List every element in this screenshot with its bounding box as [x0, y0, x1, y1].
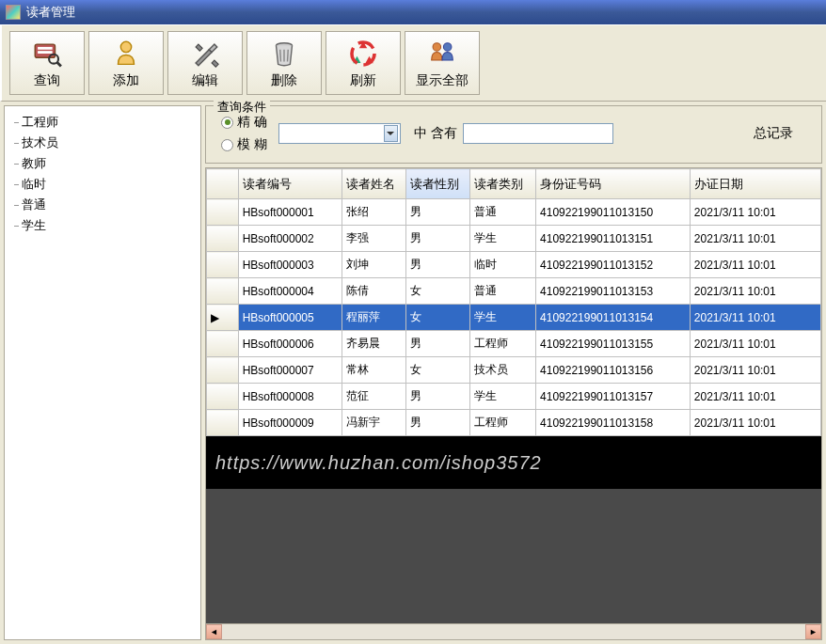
cell-id[interactable]: HBsoft000008 — [238, 384, 342, 410]
cell-name[interactable]: 常林 — [342, 357, 405, 384]
table-row[interactable]: ▶HBsoft000005程丽萍女学生410922199011013154202… — [207, 305, 821, 331]
scroll-left-icon[interactable]: ◄ — [206, 624, 222, 639]
table-row[interactable]: HBsoft000006齐易晨男工程师410922199011013155202… — [207, 331, 821, 357]
row-header[interactable] — [207, 384, 239, 410]
tree-item[interactable]: 技术员 — [8, 133, 197, 153]
cell-pid[interactable]: 410922199011013152 — [536, 252, 691, 278]
row-header[interactable] — [207, 199, 239, 226]
horizontal-scrollbar[interactable]: ◄ ► — [206, 623, 821, 639]
col-header-id[interactable]: 读者编号 — [238, 169, 342, 199]
cell-pid[interactable]: 410922199011013158 — [536, 410, 691, 436]
cell-cat[interactable]: 学生 — [470, 226, 536, 252]
radio-fuzzy[interactable]: 模 糊 — [221, 136, 267, 153]
cell-pid[interactable]: 410922199011013155 — [536, 331, 691, 357]
cell-cat[interactable]: 学生 — [470, 384, 536, 410]
query-button[interactable]: 查询 — [9, 31, 85, 95]
cell-date[interactable]: 2021/3/11 10:01 — [690, 226, 820, 252]
table-row[interactable]: HBsoft000002李强男学生4109221990110131512021/… — [207, 226, 821, 252]
table-row[interactable]: HBsoft000004陈倩女普通4109221990110131532021/… — [207, 278, 821, 305]
cell-name[interactable]: 刘坤 — [342, 252, 405, 278]
data-grid[interactable]: 读者编号 读者姓名 读者性别 读者类别 身份证号码 办证日期 HBsoft000… — [205, 167, 822, 640]
row-header[interactable] — [207, 226, 239, 252]
col-header-name[interactable]: 读者姓名 — [342, 169, 405, 199]
cell-id[interactable]: HBsoft000003 — [238, 252, 342, 278]
cell-sex[interactable]: 男 — [406, 199, 470, 226]
cell-sex[interactable]: 女 — [406, 278, 470, 305]
row-header[interactable] — [207, 331, 239, 357]
table-row[interactable]: HBsoft000003刘坤男临时4109221990110131522021/… — [207, 252, 821, 278]
cell-cat[interactable]: 工程师 — [470, 331, 536, 357]
cell-cat[interactable]: 技术员 — [470, 357, 536, 384]
row-header[interactable] — [207, 357, 239, 384]
col-header-sex[interactable]: 读者性别 — [406, 169, 470, 199]
table-row[interactable]: HBsoft000001张绍男普通4109221990110131502021/… — [207, 199, 821, 226]
cell-date[interactable]: 2021/3/11 10:01 — [690, 410, 820, 436]
cell-id[interactable]: HBsoft000006 — [238, 331, 342, 357]
cell-pid[interactable]: 410922199011013150 — [536, 199, 691, 226]
cell-id[interactable]: HBsoft000004 — [238, 278, 342, 305]
cell-date[interactable]: 2021/3/11 10:01 — [690, 384, 820, 410]
cell-cat[interactable]: 学生 — [470, 305, 536, 331]
cell-sex[interactable]: 男 — [406, 331, 470, 357]
cell-id[interactable]: HBsoft000005 — [238, 305, 342, 331]
cell-id[interactable]: HBsoft000007 — [238, 357, 342, 384]
scroll-track[interactable] — [222, 624, 805, 639]
field-combo[interactable] — [278, 123, 401, 144]
cell-pid[interactable]: 410922199011013154 — [536, 305, 691, 331]
edit-button[interactable]: 编辑 — [167, 31, 243, 95]
col-header-regdate[interactable]: 办证日期 — [690, 169, 820, 199]
scroll-right-icon[interactable]: ► — [805, 624, 821, 639]
tree-item[interactable]: 教师 — [8, 153, 197, 174]
add-button[interactable]: 添加 — [88, 31, 164, 95]
cell-name[interactable]: 冯新宇 — [342, 410, 405, 436]
cell-name[interactable]: 范征 — [342, 384, 405, 410]
col-header-pid[interactable]: 身份证号码 — [536, 169, 691, 199]
cell-pid[interactable]: 410922199011013157 — [536, 384, 691, 410]
showall-button[interactable]: 显示全部 — [405, 31, 480, 95]
cell-name[interactable]: 李强 — [342, 226, 405, 252]
cell-name[interactable]: 张绍 — [342, 199, 405, 226]
tree-item[interactable]: 临时 — [8, 174, 197, 195]
cell-pid[interactable]: 410922199011013151 — [536, 226, 691, 252]
cell-date[interactable]: 2021/3/11 10:01 — [690, 331, 820, 357]
cell-cat[interactable]: 临时 — [470, 252, 536, 278]
row-header[interactable]: ▶ — [207, 305, 239, 331]
cell-cat[interactable]: 工程师 — [470, 410, 536, 436]
cell-name[interactable]: 程丽萍 — [342, 305, 405, 331]
cell-name[interactable]: 陈倩 — [342, 278, 405, 305]
cell-pid[interactable]: 410922199011013156 — [536, 357, 691, 384]
table-row[interactable]: HBsoft000007常林女技术员4109221990110131562021… — [207, 357, 821, 384]
row-header[interactable] — [207, 410, 239, 436]
cell-date[interactable]: 2021/3/11 10:01 — [690, 305, 820, 331]
row-header-corner[interactable] — [207, 169, 239, 199]
category-tree[interactable]: 工程师技术员教师临时普通学生 — [4, 105, 201, 640]
cell-pid[interactable]: 410922199011013153 — [536, 278, 691, 305]
cell-date[interactable]: 2021/3/11 10:01 — [690, 252, 820, 278]
col-header-category[interactable]: 读者类别 — [470, 169, 536, 199]
cell-cat[interactable]: 普通 — [470, 278, 536, 305]
search-input[interactable] — [463, 123, 613, 144]
tree-item[interactable]: 学生 — [8, 215, 197, 236]
cell-sex[interactable]: 女 — [406, 357, 470, 384]
tree-item[interactable]: 工程师 — [8, 112, 197, 133]
row-header[interactable] — [207, 252, 239, 278]
row-header[interactable] — [207, 278, 239, 305]
cell-id[interactable]: HBsoft000002 — [238, 226, 342, 252]
tree-item[interactable]: 普通 — [8, 195, 197, 215]
cell-id[interactable]: HBsoft000001 — [238, 199, 342, 226]
refresh-button[interactable]: 刷新 — [326, 31, 401, 95]
cell-date[interactable]: 2021/3/11 10:01 — [690, 357, 820, 384]
cell-date[interactable]: 2021/3/11 10:01 — [690, 199, 820, 226]
table-row[interactable]: HBsoft000008范征男学生4109221990110131572021/… — [207, 384, 821, 410]
radio-exact[interactable]: 精 确 — [221, 114, 267, 131]
cell-sex[interactable]: 男 — [406, 384, 470, 410]
cell-sex[interactable]: 男 — [406, 226, 470, 252]
table-row[interactable]: HBsoft000009冯新宇男工程师410922199011013158202… — [207, 410, 821, 436]
cell-cat[interactable]: 普通 — [470, 199, 536, 226]
cell-name[interactable]: 齐易晨 — [342, 331, 405, 357]
cell-sex[interactable]: 女 — [406, 305, 470, 331]
cell-sex[interactable]: 男 — [406, 410, 470, 436]
cell-sex[interactable]: 男 — [406, 252, 470, 278]
delete-button[interactable]: 删除 — [246, 31, 322, 95]
cell-id[interactable]: HBsoft000009 — [238, 410, 342, 436]
